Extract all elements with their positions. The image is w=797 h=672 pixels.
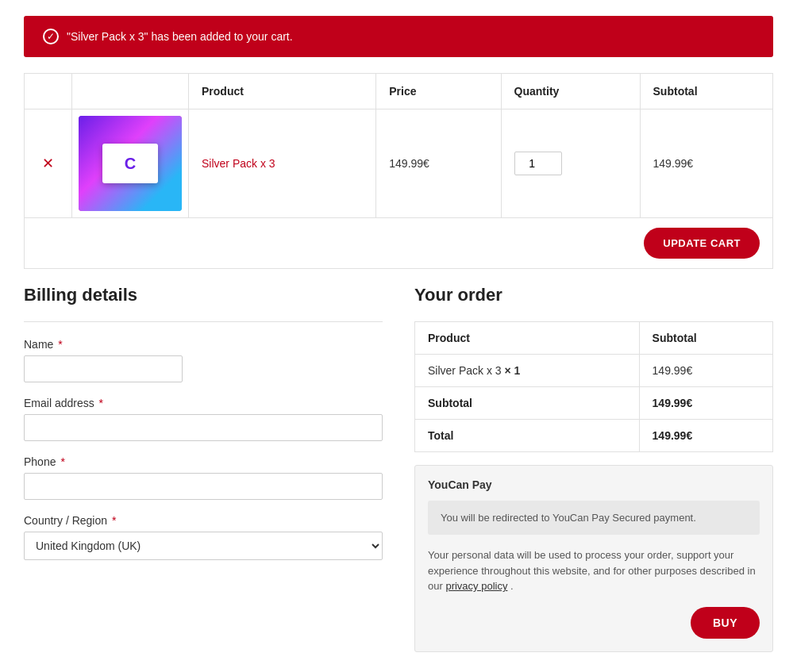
product-thumbnail: C — [79, 116, 182, 211]
product-thumbnail-screen: C — [102, 144, 158, 183]
product-thumbnail-inner: C — [79, 116, 182, 211]
country-select[interactable]: United Kingdom (UK) United States (US) F… — [24, 532, 383, 560]
email-label: Email address * — [24, 397, 383, 409]
email-required: * — [99, 397, 103, 409]
subtotal-value: 149.99€ — [639, 387, 772, 420]
col-image — [72, 74, 189, 109]
cart-actions-row: UPDATE CART — [25, 218, 773, 269]
order-col-product: Product — [415, 322, 640, 355]
name-field-group: Name * — [24, 338, 383, 382]
check-icon — [43, 29, 59, 44]
country-label: Country / Region * — [24, 514, 383, 527]
product-link[interactable]: Silver Pack x 3 — [202, 157, 275, 170]
col-quantity: Quantity — [501, 74, 640, 109]
payment-method-name: YouCan Pay — [428, 478, 760, 491]
phone-required: * — [60, 455, 64, 468]
order-subtotal-row: Subtotal 149.99€ — [415, 387, 773, 420]
update-cart-button[interactable]: UPDATE CART — [644, 228, 760, 259]
phone-field-group: Phone * — [24, 455, 383, 500]
order-col-subtotal: Subtotal — [639, 322, 772, 355]
main-content: Product Price Quantity Subtotal ✕ C — [0, 73, 797, 672]
payment-redirect-message: You will be redirected to YouCan Pay Sec… — [428, 501, 760, 535]
quantity-input[interactable] — [514, 152, 562, 175]
col-subtotal: Subtotal — [640, 74, 772, 109]
payment-section: YouCan Pay You will be redirected to You… — [414, 465, 773, 652]
remove-item-button[interactable]: ✕ — [37, 155, 59, 172]
privacy-policy-link[interactable]: privacy policy — [445, 580, 507, 592]
billing-section: Billing details Name * Email address * P… — [24, 285, 383, 652]
cart-table: Product Price Quantity Subtotal ✕ C — [24, 73, 773, 269]
privacy-text: Your personal data will be used to proce… — [428, 547, 760, 594]
order-product-qty: × 1 — [504, 364, 520, 377]
product-price: 149.99€ — [376, 109, 501, 218]
order-item-row: Silver Pack x 3 × 1 149.99€ — [415, 355, 773, 387]
order-item-subtotal: 149.99€ — [639, 355, 772, 387]
order-table: Product Subtotal Silver Pack x 3 × 1 149… — [414, 321, 773, 452]
col-product: Product — [189, 74, 376, 109]
name-label: Name * — [24, 338, 383, 351]
billing-title: Billing details — [24, 285, 383, 305]
name-input[interactable] — [24, 355, 183, 382]
country-required: * — [112, 514, 116, 527]
notification-message: "Silver Pack x 3" has been added to your… — [67, 30, 293, 43]
col-price: Price — [376, 74, 501, 109]
order-product-name: Silver Pack x 3 — [428, 364, 502, 377]
total-label: Total — [415, 420, 640, 452]
total-value: 149.99€ — [639, 420, 772, 452]
notification-bar: "Silver Pack x 3" has been added to your… — [24, 16, 773, 57]
email-input[interactable] — [24, 414, 383, 441]
product-subtotal: 149.99€ — [640, 109, 772, 218]
name-required: * — [58, 338, 62, 351]
two-column-layout: Billing details Name * Email address * P… — [24, 285, 773, 652]
buy-button[interactable]: BUY — [691, 607, 760, 639]
phone-label: Phone * — [24, 455, 383, 468]
order-total-row: Total 149.99€ — [415, 420, 773, 452]
email-field-group: Email address * — [24, 397, 383, 441]
col-remove — [25, 74, 72, 109]
country-field-group: Country / Region * United Kingdom (UK) U… — [24, 514, 383, 560]
phone-input[interactable] — [24, 473, 383, 500]
order-title: Your order — [414, 285, 773, 305]
form-divider — [24, 321, 383, 322]
cart-item-row: ✕ C Silver Pack x 3 149.99€ 149.99€ — [25, 109, 773, 218]
order-section: Your order Product Subtotal Silver Pack … — [414, 285, 773, 652]
subtotal-label: Subtotal — [415, 387, 640, 420]
